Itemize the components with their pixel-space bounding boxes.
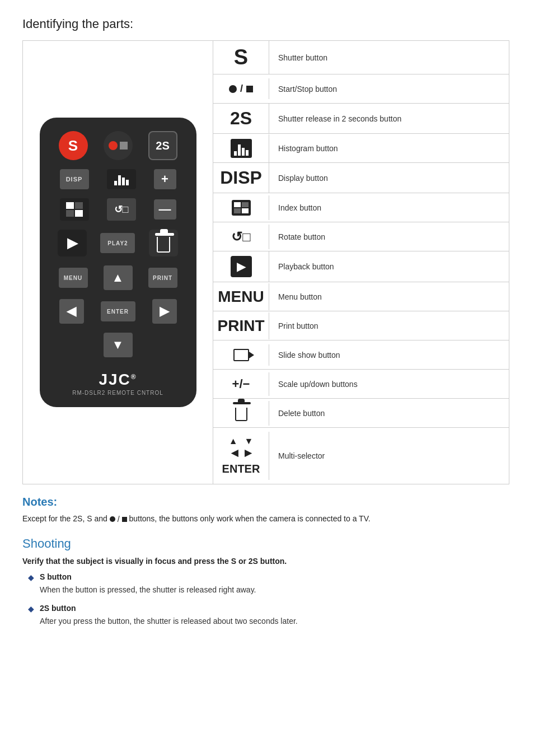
bullet-s-content: S button When the button is pressed, the… [40,571,509,596]
delete-icon-cell [213,401,269,426]
notes-section: Notes: Except for the 2S, S and / button… [22,496,509,525]
startstop-icon-cell: / [213,78,269,99]
shutter-label: Shutter button [269,48,509,68]
list-item: ◆ 2S button After you press the button, … [28,603,509,627]
playback-label: Playback button [269,256,509,277]
multiselector-label: Multi-selector [269,446,509,466]
notes-title: Notes: [22,496,509,508]
shooting-section: Shooting Verify that the subject is visu… [22,536,509,627]
bullet-2s-title: 2S button [40,603,509,614]
index-button-row: Index button [213,193,509,222]
dot-icon [109,141,118,150]
startstop-label: Start/Stop button [269,79,509,99]
rotate-icon-cell: ↺□ [213,225,269,249]
remote-row-4: ▶ PLAY2 [51,230,185,256]
bullet-2s-desc: After you press the button, the shutter … [40,615,509,627]
scale-label: Scale up/down buttons [269,374,509,394]
parts-table: S 2S DISP + [22,40,509,484]
multiselector-icon-cell: ▲ ▼ ◀ ▶ ENTER [213,432,269,480]
slideshow-icon-cell [213,344,269,366]
remote-play-button[interactable]: ▶ [58,230,87,256]
index-icon [66,202,83,217]
remote-right-button[interactable]: ▶ [152,299,177,324]
diamond-icon: ◆ [28,603,34,615]
display-button-row: DISP Display button [213,163,509,193]
remote-down-button[interactable]: ▼ [104,333,133,357]
print-icon: PRINT [218,317,265,335]
remote-disp-button[interactable]: DISP [60,169,89,189]
remote-startstop-button[interactable] [104,131,133,160]
2s-icon: 2S [230,108,252,129]
remote-s-button[interactable]: S [59,131,88,160]
menu-icon: MENU [218,288,264,306]
shooting-subtitle: Verify that the subject is visually in f… [22,557,509,566]
remote-row-1: S 2S [51,131,185,160]
shutter-icon-cell: S [213,41,269,74]
slideshow-label: Slide show button [269,345,509,365]
list-item: ◆ S button When the button is pressed, t… [28,571,509,596]
menu-button-row: MENU Menu button [213,282,509,311]
display-label: Display button [269,168,509,188]
playback-icon-cell: ▶ [213,251,269,282]
remote-up-button[interactable]: ▲ [104,265,133,290]
remote-body: S 2S DISP + [40,118,196,407]
remote-index-button[interactable] [60,198,89,221]
remote-row-7: ▼ [51,333,185,357]
buttons-reference-table: S Shutter button / Start/Stop button 2S … [213,41,509,484]
remote-left-button[interactable]: ◀ [59,299,84,324]
notes-text-part2: buttons, the buttons only work when the … [129,514,370,523]
notes-text-part1: Except for the 2S, S and [22,514,107,523]
histogram-label: Histogram button [269,138,509,158]
delete-icon [157,237,170,253]
remote-plus-button[interactable]: + [154,169,176,189]
histogram-button-row: Histogram button [213,134,509,163]
rotate-label: Rotate button [269,227,509,247]
notes-dot-icon [110,516,115,522]
rotate-icon: ↺□ [231,229,251,245]
remote-menu-button[interactable]: MENU [59,268,88,288]
notes-square-icon [122,517,127,522]
remote-minus-button[interactable]: — [154,199,176,220]
remote-rotate-button[interactable]: ↺□ [107,198,136,221]
square-black-icon [246,86,253,92]
dot-black-icon [229,85,237,93]
print-button-row: PRINT Print button [213,311,509,340]
shutter2s-label: Shutter release in 2 seconds button [269,109,509,129]
bullet-2s-content: 2S button After you press the button, th… [40,603,509,627]
remote-enter-button[interactable]: ENTER [101,301,135,321]
brand-name: JJC® [51,371,185,389]
remote-row-2: DISP + [51,169,185,189]
rotate-button-row: ↺□ Rotate button [213,222,509,251]
histogram-icon-cell [213,134,269,162]
remote-row-3: ↺□ — [51,198,185,221]
shutter-button-row: S Shutter button [213,41,509,74]
slash-icon: / [240,83,243,95]
brand-area: JJC® RM-DSLR2 REMOTE CNTROL [51,366,185,396]
print-icon-cell: PRINT [213,312,269,339]
remote-histogram-button[interactable] [107,169,136,189]
square-icon [120,142,128,150]
remote-panel: S 2S DISP + [23,41,213,484]
menu-icon-cell: MENU [213,283,269,310]
index-icon-cell [213,195,269,220]
remote-2s-button[interactable]: 2S [148,131,177,160]
index-label: Index button [269,198,509,218]
scale-icon-cell: +/− [213,372,269,396]
startstop-button-row: / Start/Stop button [213,74,509,104]
disp-icon: DISP [220,167,262,188]
remote-print-button[interactable]: PRINT [148,268,177,288]
s-icon: S [234,45,248,69]
multiselector-button-row: ▲ ▼ ◀ ▶ ENTER Multi-selector [213,428,509,484]
print-label: Print button [269,316,509,336]
histogram-icon [114,173,129,185]
bullet-s-title: S button [40,571,509,583]
notes-text: Except for the 2S, S and / buttons, the … [22,513,509,525]
diamond-icon: ◆ [28,572,34,584]
shutter2s-button-row: 2S Shutter release in 2 seconds button [213,104,509,134]
bullet-s-desc: When the button is pressed, the shutter … [40,584,509,596]
shutter2s-icon-cell: 2S [213,104,269,133]
page-title: Identifying the parts: [22,17,512,31]
slideshow-button-row: Slide show button [213,340,509,370]
remote-delete-button[interactable] [149,230,178,256]
remote-play2-button[interactable]: PLAY2 [100,233,135,253]
